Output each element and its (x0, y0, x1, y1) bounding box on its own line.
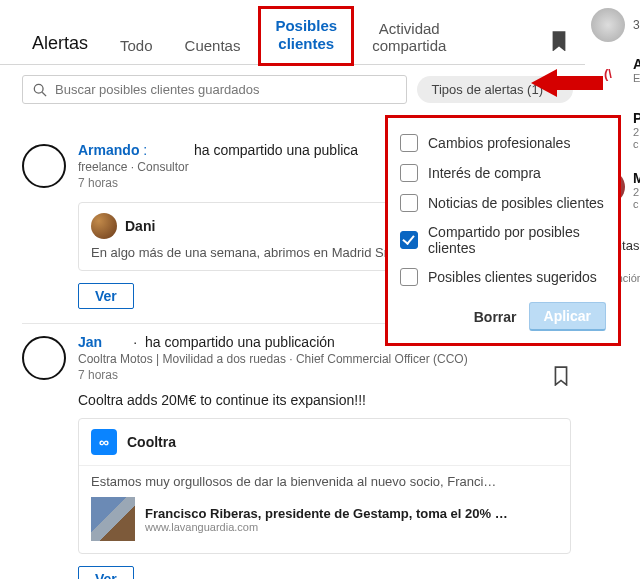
tab-leads-l1: Posibles (275, 17, 337, 34)
filter-option[interactable]: Interés de compra (400, 158, 606, 188)
side-item-sub: En (633, 72, 640, 84)
side-item-name: P (633, 110, 640, 126)
svg-marker-2 (531, 69, 603, 97)
option-label: Posibles clientes sugeridos (428, 269, 597, 285)
side-item-name: M (633, 170, 640, 186)
save-post[interactable] (553, 366, 569, 389)
person-link[interactable]: Jan (78, 334, 102, 350)
side-avatar (591, 8, 625, 42)
meta: Cooltra Motos | Movilidad a dos ruedas ·… (78, 352, 571, 366)
tab-activity-l2: compartida (372, 37, 446, 54)
checkbox[interactable] (400, 231, 418, 249)
tab-bookmarks[interactable] (543, 23, 575, 64)
option-label: Interés de compra (428, 165, 541, 181)
checkbox[interactable] (400, 268, 418, 286)
filter-option[interactable]: Noticias de posibles clientes (400, 188, 606, 218)
option-label: Noticias de posibles clientes (428, 195, 604, 211)
colon: : (139, 142, 147, 158)
filter-option[interactable]: Cambios profesionales (400, 128, 606, 158)
inner-domain: www.lavanguardia.com (145, 521, 558, 533)
action-text: ha compartido una publicación (145, 334, 335, 350)
person-link[interactable]: Armando (78, 142, 139, 158)
tabs-bar: Alertas Todo Cuentas Posibles clientes A… (0, 0, 585, 65)
link-title: Cooltra (127, 434, 176, 450)
side-item-sub: 2 c (633, 126, 640, 150)
annotation-arrow (531, 65, 603, 104)
filter-option[interactable]: Compartido por posibles clientes (400, 218, 606, 262)
checkbox[interactable] (400, 164, 418, 182)
bookmark-icon (553, 366, 569, 386)
tab-accounts[interactable]: Cuentas (171, 29, 255, 64)
option-label: Cambios profesionales (428, 135, 570, 151)
tab-activity-l1: Actividad (379, 20, 440, 37)
search-input[interactable]: Buscar posibles clientes guardados (22, 75, 407, 104)
checkbox[interactable] (400, 194, 418, 212)
link-subtitle: Estamos muy orgullosos de dar la bienven… (79, 466, 570, 489)
option-label: Compartido por posibles clientes (428, 224, 606, 256)
checkbox[interactable] (400, 134, 418, 152)
tab-all[interactable]: Todo (106, 29, 167, 64)
inner-title: Francisco Riberas, presidente de Gestamp… (145, 506, 558, 521)
quote-name: Dani (125, 218, 155, 234)
pill-label: Tipos de alertas (1) (431, 82, 543, 97)
feed-card: ··· Jan · ha compartido una publicación … (22, 324, 585, 579)
view-button[interactable]: Ver (78, 283, 134, 309)
bookmark-icon (551, 31, 567, 51)
svg-point-0 (34, 84, 43, 93)
action-text: ha compartido una publica (194, 142, 358, 158)
side-item-name: A (633, 56, 640, 72)
search-icon (33, 83, 47, 97)
timestamp: 7 horas (78, 368, 571, 382)
side-top: 30 (591, 8, 640, 42)
tab-leads-l2: clientes (278, 35, 334, 52)
post-text: Cooltra adds 20M€ to continue its expans… (78, 392, 571, 408)
link-preview[interactable]: ∞ Cooltra Estamos muy orgullosos de dar … (78, 418, 571, 554)
avatar[interactable] (22, 336, 66, 380)
alert-type-dropdown: Cambios profesionalesInterés de compraNo… (385, 115, 621, 346)
tab-leads[interactable]: Posibles clientes (258, 6, 354, 66)
apply-button[interactable]: Aplicar (529, 302, 606, 331)
side-item-sub: 2 c (633, 186, 640, 210)
search-placeholder: Buscar posibles clientes guardados (55, 82, 260, 97)
view-button[interactable]: Ver (78, 566, 134, 579)
tab-activity[interactable]: Actividad compartida (358, 12, 460, 64)
avatar[interactable] (22, 144, 66, 188)
link-icon: ∞ (91, 429, 117, 455)
clear-button[interactable]: Borrar (474, 309, 517, 325)
link-thumbnail (91, 497, 135, 541)
filter-bar: Buscar posibles clientes guardados Tipos… (0, 65, 585, 112)
filter-option[interactable]: Posibles clientes sugeridos (400, 262, 606, 292)
tab-alerts[interactable]: Alertas (18, 25, 102, 64)
svg-line-1 (42, 92, 46, 96)
side-top-text: 30 (633, 18, 640, 32)
quote-avatar (91, 213, 117, 239)
